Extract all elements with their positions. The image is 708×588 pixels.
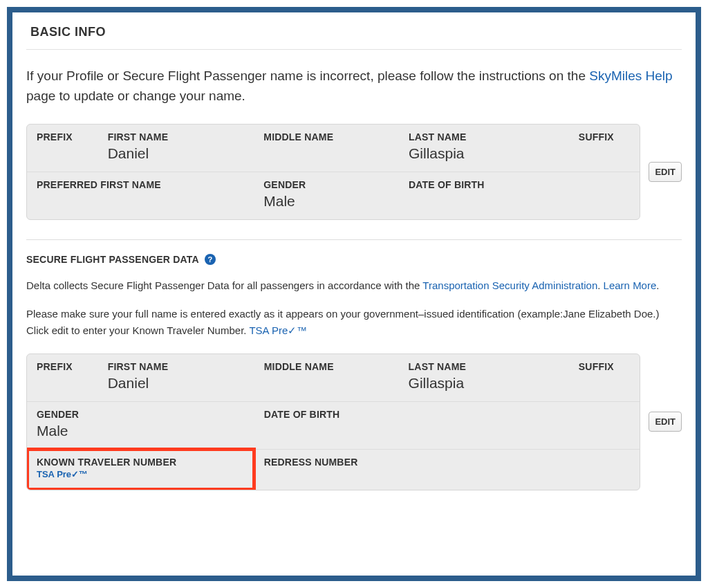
intro-text: If your Profile or Secure Flight Passeng… xyxy=(26,50,682,117)
value-last-name: Gillaspia xyxy=(409,143,559,162)
sfpd-label-last-name: LAST NAME xyxy=(409,361,559,372)
label-last-name: LAST NAME xyxy=(409,131,559,143)
value-prefix xyxy=(37,143,88,145)
edit-basic-button[interactable]: EDIT xyxy=(649,162,682,182)
label-middle-name: MIDDLE NAME xyxy=(263,131,389,143)
label-ktn: KNOWN TRAVELER NUMBER xyxy=(37,457,245,468)
value-gender: Male xyxy=(263,190,389,210)
app-frame: BASIC INFO If your Profile or Secure Fli… xyxy=(7,7,701,581)
sfpd-label-suffix: SUFFIX xyxy=(579,361,631,372)
divider xyxy=(26,239,682,240)
value-preferred-first xyxy=(37,190,244,193)
value-suffix xyxy=(579,143,631,145)
skymiles-help-link[interactable]: SkyMiles Help xyxy=(589,68,672,83)
label-prefix: PREFIX xyxy=(37,131,88,143)
sfpd-panel: PREFIX FIRST NAME Daniel MIDDLE NAME xyxy=(26,353,640,490)
help-icon[interactable]: ? xyxy=(205,254,216,265)
basic-info-panel: PREFIX FIRST NAME Daniel MIDDLE NAME xyxy=(26,124,640,220)
tsa-pre-link[interactable]: TSA Pre✓™ xyxy=(249,324,307,336)
sfpd-value-dob xyxy=(264,420,631,423)
sfpd-label-first-name: FIRST NAME xyxy=(108,361,245,372)
sfpd-value-gender: Male xyxy=(37,420,245,439)
value-redress xyxy=(264,468,631,470)
label-suffix: SUFFIX xyxy=(579,131,631,143)
sfpd-desc-1-after: . xyxy=(656,279,659,291)
intro-after: page to update or change your name. xyxy=(26,89,245,103)
learn-more-link[interactable]: Learn More xyxy=(604,279,657,291)
sfpd-desc-2: Please make sure your full name is enter… xyxy=(26,306,682,338)
sfpd-label-gender: GENDER xyxy=(37,409,245,420)
sfpd-value-last-name: Gillaspia xyxy=(409,372,559,392)
value-dob xyxy=(409,190,630,193)
label-first-name: FIRST NAME xyxy=(108,131,245,143)
sfpd-desc-2-before: Please make sure your full name is enter… xyxy=(26,308,660,336)
label-redress: REDRESS NUMBER xyxy=(264,457,631,468)
sfpd-heading: SECURE FLIGHT PASSENGER DATA xyxy=(26,254,199,265)
tsa-link[interactable]: Transportation Security Administration xyxy=(422,279,597,291)
edit-sfpd-button[interactable]: EDIT xyxy=(649,412,682,432)
sfpd-desc-1-mid: . xyxy=(597,279,603,291)
intro-before: If your Profile or Secure Flight Passeng… xyxy=(26,68,589,83)
sfpd-desc-1: Delta collects Secure Flight Passenger D… xyxy=(26,277,682,293)
page-title: BASIC INFO xyxy=(26,12,682,50)
sfpd-label-dob: DATE OF BIRTH xyxy=(264,409,631,420)
sfpd-label-middle-name: MIDDLE NAME xyxy=(264,361,389,372)
label-dob: DATE OF BIRTH xyxy=(409,179,630,190)
sfpd-desc-1-before: Delta collects Secure Flight Passenger D… xyxy=(26,279,422,291)
label-gender: GENDER xyxy=(263,179,389,190)
ktn-tsa-pre-link[interactable]: TSA Pre✓™ xyxy=(37,469,88,479)
sfpd-value-suffix xyxy=(579,372,631,375)
sfpd-value-middle-name xyxy=(264,372,389,375)
value-first-name: Daniel xyxy=(108,143,245,162)
sfpd-label-prefix: PREFIX xyxy=(37,361,88,372)
sfpd-value-prefix xyxy=(37,372,88,375)
sfpd-value-first-name: Daniel xyxy=(108,372,245,392)
label-preferred-first: PREFERRED FIRST NAME xyxy=(37,179,244,190)
value-middle-name xyxy=(263,143,389,145)
